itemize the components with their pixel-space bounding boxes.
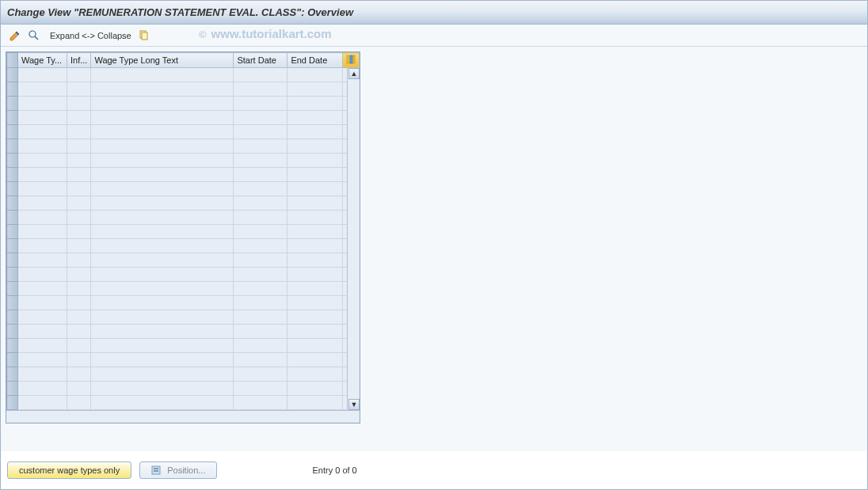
cell-end-date[interactable]: [287, 253, 343, 268]
cell-long-text[interactable]: [91, 382, 234, 396]
row-selector[interactable]: [7, 282, 18, 296]
cell-end-date[interactable]: [287, 353, 343, 367]
table-row[interactable]: [7, 339, 360, 353]
row-selector[interactable]: [7, 225, 18, 239]
row-selector[interactable]: [7, 154, 18, 168]
row-selector[interactable]: [7, 182, 18, 196]
cell-long-text[interactable]: [91, 239, 234, 253]
cell-start-date[interactable]: [234, 168, 287, 182]
customer-wage-types-button[interactable]: customer wage types only: [7, 462, 131, 479]
cell-long-text[interactable]: [91, 211, 234, 225]
cell-long-text[interactable]: [91, 139, 234, 154]
cell-inf[interactable]: [67, 353, 91, 367]
cell-end-date[interactable]: [287, 325, 343, 339]
cell-wage-type[interactable]: [18, 111, 67, 125]
cell-long-text[interactable]: [91, 310, 234, 325]
cell-end-date[interactable]: [287, 239, 343, 253]
table-row[interactable]: [7, 82, 360, 97]
cell-long-text[interactable]: [91, 296, 234, 310]
cell-end-date[interactable]: [287, 396, 343, 410]
table-row[interactable]: [7, 225, 360, 239]
row-selector[interactable]: [7, 253, 18, 268]
table-row[interactable]: [7, 253, 360, 268]
cell-wage-type[interactable]: [18, 82, 67, 97]
cell-start-date[interactable]: [234, 353, 287, 367]
row-selector[interactable]: [7, 139, 18, 154]
cell-end-date[interactable]: [287, 125, 343, 139]
table-row[interactable]: [7, 239, 360, 253]
column-end-date[interactable]: End Date: [287, 53, 343, 68]
cell-inf[interactable]: [67, 168, 91, 182]
column-long-text[interactable]: Wage Type Long Text: [91, 53, 234, 68]
configure-columns-icon[interactable]: [343, 53, 360, 68]
position-button[interactable]: Position...: [139, 462, 217, 479]
cell-wage-type[interactable]: [18, 211, 67, 225]
cell-wage-type[interactable]: [18, 282, 67, 296]
cell-wage-type[interactable]: [18, 367, 67, 382]
cell-wage-type[interactable]: [18, 154, 67, 168]
cell-inf[interactable]: [67, 339, 91, 353]
cell-long-text[interactable]: [91, 97, 234, 111]
cell-start-date[interactable]: [234, 211, 287, 225]
cell-long-text[interactable]: [91, 182, 234, 196]
cell-long-text[interactable]: [91, 125, 234, 139]
table-row[interactable]: [7, 168, 360, 182]
cell-start-date[interactable]: [234, 154, 287, 168]
row-selector[interactable]: [7, 296, 18, 310]
cell-wage-type[interactable]: [18, 310, 67, 325]
row-selector[interactable]: [7, 339, 18, 353]
select-all-column[interactable]: [7, 53, 18, 68]
cell-long-text[interactable]: [91, 168, 234, 182]
cell-long-text[interactable]: [91, 339, 234, 353]
cell-inf[interactable]: [67, 239, 91, 253]
cell-start-date[interactable]: [234, 396, 287, 410]
cell-end-date[interactable]: [287, 139, 343, 154]
cell-end-date[interactable]: [287, 97, 343, 111]
cell-start-date[interactable]: [234, 97, 287, 111]
row-selector[interactable]: [7, 367, 18, 382]
scroll-down-icon[interactable]: ▼: [348, 399, 360, 410]
cell-inf[interactable]: [67, 253, 91, 268]
cell-start-date[interactable]: [234, 196, 287, 211]
cell-long-text[interactable]: [91, 253, 234, 268]
table-row[interactable]: [7, 211, 360, 225]
cell-inf[interactable]: [67, 82, 91, 97]
cell-wage-type[interactable]: [18, 97, 67, 111]
cell-start-date[interactable]: [234, 282, 287, 296]
cell-end-date[interactable]: [287, 225, 343, 239]
cell-long-text[interactable]: [91, 353, 234, 367]
cell-inf[interactable]: [67, 225, 91, 239]
column-inf[interactable]: Inf...: [67, 53, 91, 68]
expand-collapse-button[interactable]: Expand <-> Collapse: [50, 31, 131, 40]
cell-inf[interactable]: [67, 125, 91, 139]
cell-wage-type[interactable]: [18, 396, 67, 410]
cell-inf[interactable]: [67, 382, 91, 396]
cell-end-date[interactable]: [287, 154, 343, 168]
table-row[interactable]: [7, 139, 360, 154]
row-selector[interactable]: [7, 125, 18, 139]
cell-end-date[interactable]: [287, 68, 343, 82]
cell-wage-type[interactable]: [18, 325, 67, 339]
cell-wage-type[interactable]: [18, 382, 67, 396]
data-grid[interactable]: Wage Ty... Inf... Wage Type Long Text St…: [6, 52, 360, 410]
row-selector[interactable]: [7, 97, 18, 111]
cell-long-text[interactable]: [91, 111, 234, 125]
cell-inf[interactable]: [67, 396, 91, 410]
cell-end-date[interactable]: [287, 82, 343, 97]
cell-inf[interactable]: [67, 367, 91, 382]
vertical-scrollbar[interactable]: ▲ ▼: [347, 68, 360, 410]
row-selector[interactable]: [7, 211, 18, 225]
cell-start-date[interactable]: [234, 339, 287, 353]
cell-inf[interactable]: [67, 139, 91, 154]
cell-long-text[interactable]: [91, 154, 234, 168]
table-row[interactable]: [7, 296, 360, 310]
cell-end-date[interactable]: [287, 168, 343, 182]
table-row[interactable]: [7, 382, 360, 396]
cell-long-text[interactable]: [91, 196, 234, 211]
row-selector[interactable]: [7, 196, 18, 211]
cell-wage-type[interactable]: [18, 125, 67, 139]
cell-wage-type[interactable]: [18, 182, 67, 196]
row-selector[interactable]: [7, 111, 18, 125]
cell-start-date[interactable]: [234, 225, 287, 239]
cell-wage-type[interactable]: [18, 68, 67, 82]
